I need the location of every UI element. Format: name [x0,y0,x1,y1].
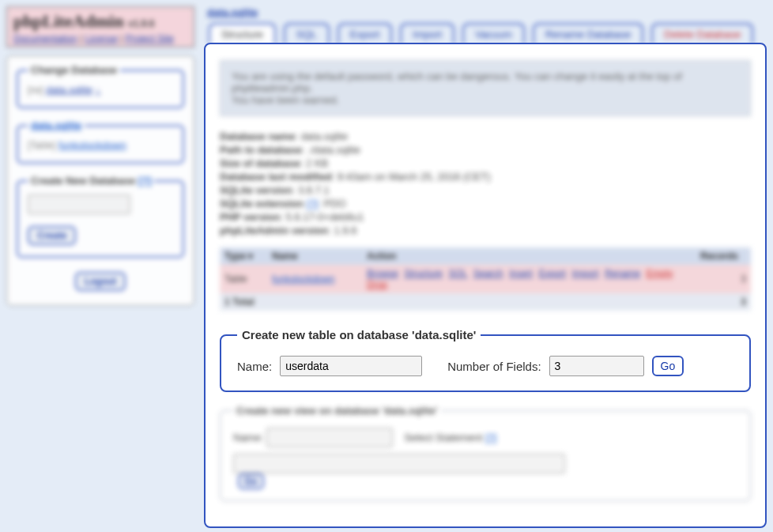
action-drop[interactable]: Drop [367,279,387,290]
dbinfo-k-4: SQLite version [220,184,292,196]
tables-grid: Type ▾ Name Action Records Table funkolo… [220,247,751,311]
cell-name-link[interactable]: funkolockdown [272,274,334,285]
dbinfo-k-3: Database last modified [220,171,332,183]
create-database-help-icon[interactable]: [?] [138,175,152,187]
change-database-legend: Change Database [28,64,120,76]
link-project-site[interactable]: Project Site [126,33,174,44]
tab-import[interactable]: Import [400,23,454,44]
app-title: phpLiteAdmin [13,11,123,31]
create-table-name-label: Name: [237,360,272,373]
dbinfo-v-4: 3.8.7.1 [298,184,330,196]
dbinfo-k-1: Path to database [220,144,302,156]
create-table-box: Create new table on database 'data.sqlit… [220,328,751,392]
dbinfo-k-0: Database name [220,130,295,142]
dbinfo-k-7: phpLiteAdmin version [220,224,328,236]
total-records: 3 [741,296,746,308]
tab-structure[interactable]: Structure [209,23,276,44]
table-prefix: [Table] [28,140,55,151]
warning-line2: You have been warned. [232,94,739,106]
action-search[interactable]: Search [473,268,503,279]
tab-sql[interactable]: SQL [284,23,330,44]
tab-vacuum[interactable]: Vacuum [462,23,525,44]
warning-line1: You are using the default password, whic… [232,70,739,94]
th-records[interactable]: Records [696,247,751,265]
db-arrow-icon[interactable]: ↓ [96,84,101,96]
cell-records: 3 [696,265,751,293]
link-documentation[interactable]: Documentation [13,33,77,44]
action-rename[interactable]: Rename [605,268,640,279]
change-database-box: Change Database [rw] data.sqlite ↓ [17,64,184,108]
main-panel: You are using the default password, whic… [204,43,767,528]
dbinfo-v-6: 5.6.17-0+deb8u1 [286,211,364,223]
dbinfo-v-0: data.sqlite [301,130,348,142]
database-tables-legend[interactable]: data.sqlite [31,119,81,131]
dbinfo-v-1: ./data.sqlite [307,144,360,156]
action-structure[interactable]: Structure [404,268,443,279]
action-insert[interactable]: Insert [509,268,533,279]
database-info: Database name: data.sqlite Path to datab… [220,130,751,236]
link-license[interactable]: License [85,33,118,44]
create-view-name-label: Name: [233,432,263,443]
create-table-legend: Create new table on database 'data.sqlit… [237,328,481,341]
logout-button[interactable]: Logout [75,272,126,291]
dbinfo-help-5[interactable]: [?] [307,198,318,209]
db-link[interactable]: data.sqlite [46,84,92,96]
create-view-legend: Create new view on database 'data.sqlite… [233,405,441,417]
create-table-numfields-input[interactable] [549,356,644,376]
dbinfo-v-5: PDO [324,198,346,209]
sidebar-card: Change Database [rw] data.sqlite ↓ data.… [6,55,194,306]
create-view-help-icon[interactable]: [?] [485,432,496,443]
action-sql[interactable]: SQL [448,268,467,279]
warning-box: You are using the default password, whic… [220,60,751,116]
table-total-row: 1 Total 3 [220,293,751,311]
create-database-box: Create New Database [?] Create [17,175,184,258]
tabs-bar: Structure SQL Export Import Vacuum Renam… [209,23,767,44]
tab-rename-database[interactable]: Rename Database [533,23,643,44]
create-database-button[interactable]: Create [28,226,76,245]
create-view-name-input[interactable] [266,428,393,447]
create-database-legend: Create New Database [31,175,135,187]
database-tables-box: data.sqlite [Table] funkolockdown [17,119,184,164]
dbinfo-v-7: 1.9.6 [334,224,356,236]
create-table-name-input[interactable] [280,356,422,376]
th-type[interactable]: Type ▾ [220,247,267,265]
create-database-input[interactable] [28,194,130,214]
dbinfo-k-6: PHP version [220,211,280,223]
action-import[interactable]: Import [572,268,599,279]
table-link-funkolockdown[interactable]: funkolockdown [58,139,126,151]
dbinfo-k-2: Size of database [220,157,300,169]
create-view-select-label: Select Statement [404,432,482,443]
total-label: 1 Total [224,296,255,308]
action-browse[interactable]: Browse [367,268,398,279]
cell-type: Table [220,265,267,293]
dbinfo-v-2: 2 KB [306,157,328,169]
dbinfo-k-5: SQLite extension [220,198,304,209]
create-table-go-button[interactable]: Go [652,356,684,376]
create-table-numfields-label: Number of Fields: [447,360,541,373]
app-version: v1.9.6 [128,18,154,29]
logo-box: phpLiteAdmin v1.9.6 Documentation | Lice… [6,6,194,47]
create-view-box: Create new view on database 'data.sqlite… [220,405,751,501]
action-export[interactable]: Export [538,268,566,279]
dbinfo-v-3: 9:43am on March 25, 2016 (CET) [337,171,491,183]
th-action: Action [362,247,696,265]
rw-label: [rw] [28,85,43,96]
tab-export[interactable]: Export [337,23,393,44]
action-empty[interactable]: Empty [647,268,673,279]
breadcrumb-db[interactable]: data.sqlite [207,6,258,18]
cell-actions: Browse Structure SQL Search Insert Expor… [362,265,696,293]
tab-delete-database[interactable]: Delete Database [651,23,753,44]
create-view-select-input[interactable] [233,454,565,474]
th-name[interactable]: Name [267,247,362,265]
table-row: Table funkolockdown Browse Structure SQL… [220,265,751,293]
create-view-go-button[interactable]: Go [238,474,264,489]
